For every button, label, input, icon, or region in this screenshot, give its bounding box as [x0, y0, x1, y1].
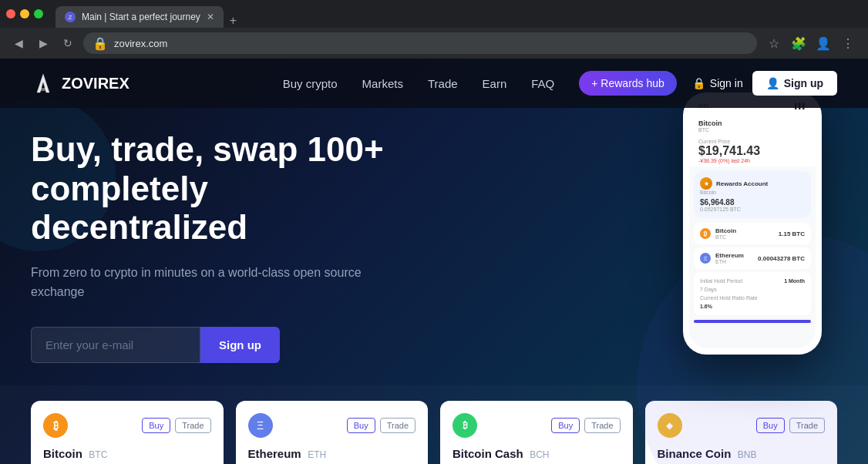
hold-days-label: 7 Days: [700, 287, 717, 292]
hold-period-label: Initial Hold Period: [700, 278, 742, 284]
rewards-currency: Bitcoin: [700, 190, 805, 195]
card-actions-btc: Buy Trade: [142, 418, 210, 433]
sign-up-label: Sign up: [784, 77, 823, 89]
eth-row-name: Ethereum: [715, 252, 753, 259]
phone-progress-bar: [694, 320, 811, 323]
phone-mockup: 8:41 ▌▌▌ Bitcoin BTC Current Price $19,7…: [590, 92, 822, 401]
card-actions-eth: Buy Trade: [347, 418, 415, 433]
active-tab[interactable]: Z Main | Start a perfect journey ✕: [56, 6, 224, 28]
bch-buy-button[interactable]: Buy: [551, 418, 580, 433]
eth-buy-button[interactable]: Buy: [347, 418, 375, 433]
btc-price-row: $95,533.35 -1.94%: [43, 461, 211, 464]
bch-name: Bitcoin Cash: [453, 447, 523, 460]
tab-title: Main | Start a perfect journey: [82, 12, 200, 22]
hero-subtitle: From zero to crypto in minutes on a worl…: [31, 263, 385, 302]
bch-icon: ₿: [453, 413, 477, 438]
bch-price-row: $515.50 -1.96%: [453, 461, 621, 464]
phone-rewards-card: ★ Rewards Account Bitcoin $6,964.88 0.05…: [694, 171, 811, 218]
maximize-button[interactable]: [34, 9, 43, 18]
btc-row-name: Bitcoin: [715, 227, 774, 234]
close-button[interactable]: [6, 9, 15, 18]
hero-title: Buy, trade, swap 100+ completely decentr…: [31, 130, 385, 247]
crypto-card-eth: Ξ Buy Trade Ethereum ETH $3,616.99 -2.83…: [236, 401, 429, 464]
btc-icon: ₿: [43, 413, 68, 438]
sign-up-button[interactable]: 👤 Sign up: [752, 71, 837, 96]
phone-detail-section: Initial Hold Period 1 Month 7 Days Curre…: [694, 272, 811, 315]
btc-coin-icon: ₿: [700, 228, 711, 239]
eth-row-ticker: ETH: [715, 259, 753, 264]
hold-days-row: 7 Days: [700, 287, 805, 292]
card-header-bch: ₿ Buy Trade: [453, 413, 621, 438]
browser-toolbar: ◀ ▶ ↻ 🔒 zovirex.com ☆ 🧩 👤 ⋮: [0, 28, 868, 59]
bch-trade-button[interactable]: Trade: [584, 418, 620, 433]
sign-in-button[interactable]: 🔒 Sign in: [692, 77, 743, 89]
btc-row-text: Bitcoin BTC: [715, 227, 774, 240]
new-tab-button[interactable]: +: [224, 14, 243, 28]
menu-button[interactable]: ⋮: [837, 32, 859, 54]
phone-eth-row: Ξ Ethereum ETH 0.00043278 BTC: [694, 247, 811, 269]
browser-chrome: Z Main | Start a perfect journey ✕ +: [0, 0, 868, 28]
browser-window-controls: [6, 9, 43, 18]
eth-name: Ethereum: [248, 447, 301, 460]
bch-ticker: BCH: [530, 449, 549, 460]
hold-period-row: Initial Hold Period 1 Month: [700, 278, 805, 284]
card-header-eth: Ξ Buy Trade: [248, 413, 416, 438]
rewards-btc: 0.05297125 BTC: [700, 207, 805, 212]
eth-icon: Ξ: [248, 413, 273, 438]
nav-link-faq[interactable]: FAQ: [531, 77, 554, 90]
rewards-amount: $6,964.88: [700, 198, 805, 207]
address-bar[interactable]: 🔒 zovirex.com: [83, 32, 757, 54]
eth-row-amount: 0.00043278 BTC: [758, 255, 805, 262]
rewards-icon: ★: [700, 177, 712, 190]
phone-card-header: ★ Rewards Account: [700, 177, 805, 190]
rewards-rate-row: Current Hold Ratio Rate: [700, 295, 805, 301]
btc-name: Bitcoin: [43, 447, 82, 460]
eth-trade-button[interactable]: Trade: [380, 418, 415, 433]
extensions-button[interactable]: 🧩: [788, 32, 809, 54]
back-button[interactable]: ◀: [9, 34, 28, 52]
phone-coin-ticker: BTC: [698, 127, 806, 133]
bch-coin-name: Bitcoin Cash BCH: [453, 447, 621, 461]
rewards-title: Rewards Account: [716, 180, 768, 187]
btc-price: $95,533.35: [43, 461, 128, 464]
forward-button[interactable]: ▶: [34, 34, 52, 52]
site-content: ZOVIREX Buy crypto Markets Trade Earn FA…: [0, 59, 868, 464]
toolbar-actions: ☆ 🧩 👤 ⋮: [763, 32, 859, 54]
phone-price-change: -¥38.39 (0%) last 24h: [698, 158, 806, 163]
refresh-button[interactable]: ↻: [59, 34, 77, 52]
nav-link-buy-crypto[interactable]: Buy crypto: [283, 77, 338, 90]
nav-link-trade[interactable]: Trade: [428, 77, 458, 90]
lock-icon: 🔒: [93, 36, 108, 51]
btc-coin-name: Bitcoin BTC: [43, 447, 211, 461]
phone-header: Bitcoin BTC Current Price $19,741.43 -¥3…: [689, 113, 816, 166]
nav-link-markets[interactable]: Markets: [362, 77, 403, 90]
card-header-btc: ₿ Buy Trade: [43, 413, 211, 438]
navbar: ZOVIREX Buy crypto Markets Trade Earn FA…: [0, 59, 868, 108]
btc-ticker: BTC: [89, 449, 107, 460]
profile-button[interactable]: 👤: [812, 32, 834, 54]
eth-row-text: Ethereum ETH: [715, 252, 753, 264]
btc-buy-button[interactable]: Buy: [142, 418, 170, 433]
logo[interactable]: ZOVIREX: [31, 71, 130, 96]
phone-btc-row: ₿ Bitcoin BTC 1.15 BTC: [694, 223, 811, 244]
hero-form: Sign up: [31, 327, 385, 363]
btc-trade-button[interactable]: Trade: [175, 418, 210, 433]
rewards-hub-button[interactable]: + Rewards hub: [579, 71, 677, 96]
tab-close-icon[interactable]: ✕: [207, 12, 214, 22]
eth-coin-name: Ethereum ETH: [248, 447, 416, 461]
email-input[interactable]: [31, 327, 200, 363]
eth-price: $3,616.99: [248, 461, 324, 464]
hold-period-value: 1 Month: [784, 278, 805, 284]
logo-icon: [31, 71, 56, 96]
eth-price-row: $3,616.99 -2.83%: [248, 461, 416, 464]
hero-signup-button[interactable]: Sign up: [200, 327, 280, 363]
hero-content: Buy, trade, swap 100+ completely decentr…: [31, 130, 385, 363]
nav-link-earn[interactable]: Earn: [483, 77, 507, 90]
eth-coin-icon: Ξ: [700, 253, 711, 264]
rewards-rate-label: Current Hold Ratio Rate: [700, 295, 758, 301]
btc-row-ticker: BTC: [715, 234, 774, 240]
minimize-button[interactable]: [20, 9, 29, 18]
phone-outer: 8:41 ▌▌▌ Bitcoin BTC Current Price $19,7…: [683, 92, 822, 355]
bch-price: $515.50: [453, 461, 514, 464]
bookmark-button[interactable]: ☆: [763, 32, 785, 54]
